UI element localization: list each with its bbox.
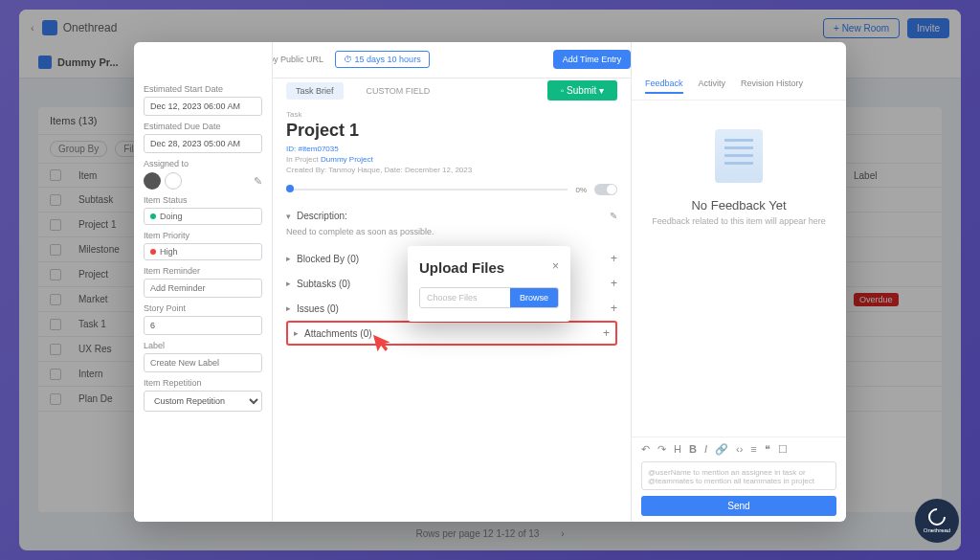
empty-subtitle: Feedback related to this item will appea…: [652, 216, 826, 226]
center-tabs: Task Brief CUSTOM FIELD ◦ Submit ▾: [286, 80, 617, 101]
progress-toggle[interactable]: [594, 184, 617, 195]
description-section[interactable]: ▾ Description: ✎: [286, 205, 617, 227]
document-icon: [715, 129, 763, 183]
progress-value: 0%: [575, 186, 587, 194]
progress-row: 0%: [286, 184, 617, 195]
priority-label: Item Priority: [144, 231, 262, 240]
story-input[interactable]: [144, 316, 262, 335]
chevron-right-icon: ▸: [286, 303, 291, 313]
panel-top-toolbar: ⛶ Fullscreen Mode ⧉ Copy Public URL ⏱ 15…: [273, 42, 631, 78]
panel-left-sidebar: Estimated Start Date Estimated Due Date …: [134, 42, 273, 522]
file-input[interactable]: Choose Files: [420, 288, 510, 307]
task-created: Created By: Tanmoy Haque, Date: December…: [286, 166, 617, 174]
assigned-label: Assigned to: [144, 159, 262, 168]
add-attachment-icon[interactable]: +: [603, 326, 610, 340]
onethread-logo-icon: [924, 504, 948, 528]
start-date-label: Estimated Start Date: [144, 84, 262, 94]
comment-input[interactable]: @userName to mention an assignee in task…: [641, 461, 836, 490]
avatar: [144, 172, 161, 190]
due-date-label: Estimated Due Date: [144, 122, 262, 131]
onethread-badge-label: Onethread: [924, 527, 950, 533]
upload-title: Upload Files: [419, 259, 559, 276]
panel-right-sidebar: Feedback Activity Revision History No Fe…: [631, 42, 846, 522]
tab-revision[interactable]: Revision History: [741, 78, 803, 94]
close-modal-icon[interactable]: ×: [552, 259, 559, 273]
edit-assignee-icon[interactable]: ✎: [254, 175, 262, 188]
chevron-right-icon: ▸: [286, 254, 291, 263]
send-button[interactable]: Send: [641, 496, 836, 516]
label-input[interactable]: [144, 353, 262, 372]
add-blocked-icon[interactable]: +: [611, 252, 617, 265]
redo-icon[interactable]: ↷: [657, 443, 666, 456]
chevron-right-icon: ▸: [294, 328, 299, 338]
clock-icon: ⏱: [344, 55, 352, 64]
task-title: Project 1: [286, 121, 617, 141]
undo-icon[interactable]: ↶: [641, 443, 650, 456]
avatar-placeholder: [165, 172, 182, 190]
priority-select[interactable]: High: [144, 243, 262, 260]
submit-button[interactable]: ◦ Submit ▾: [547, 80, 617, 101]
time-pill[interactable]: ⏱ 15 days 10 hours: [335, 51, 430, 68]
due-date-input[interactable]: [144, 134, 262, 153]
attach-icon[interactable]: ☐: [778, 443, 788, 456]
reminder-label: Item Reminder: [144, 266, 262, 276]
assignee-avatars[interactable]: ✎: [144, 172, 262, 190]
repetition-label: Item Repetition: [144, 378, 262, 388]
tab-custom-field[interactable]: CUSTOM FIELD: [357, 82, 440, 100]
task-breadcrumb: Task: [286, 110, 617, 119]
chevron-down-icon: ▾: [286, 212, 291, 221]
reminder-input[interactable]: [144, 279, 262, 298]
feedback-empty-state: No Feedback Yet Feedback related to this…: [632, 101, 846, 437]
add-time-button[interactable]: Add Time Entry: [553, 50, 631, 69]
bold-icon[interactable]: B: [689, 443, 697, 456]
edit-description-icon[interactable]: ✎: [610, 211, 617, 221]
copy-url-label[interactable]: Copy Public URL: [273, 55, 323, 64]
label-label: Label: [144, 341, 262, 350]
task-project: In Project Dummy Project: [286, 155, 617, 164]
italic-icon[interactable]: I: [704, 443, 707, 456]
task-id: ID: #Item07035: [286, 145, 617, 153]
repetition-select[interactable]: Custom Repetition: [144, 391, 262, 412]
description-text: Need to complete as soon as possible.: [286, 227, 617, 236]
upload-files-modal: Upload Files × Choose Files Browse: [408, 246, 570, 322]
quote-icon[interactable]: ❝: [765, 443, 770, 456]
onethread-badge[interactable]: Onethread: [915, 499, 959, 543]
right-tabs: Feedback Activity Revision History: [632, 73, 846, 101]
progress-slider[interactable]: [286, 189, 568, 190]
add-issue-icon[interactable]: +: [611, 302, 617, 315]
heading-icon[interactable]: H: [674, 443, 681, 456]
status-select[interactable]: Doing: [144, 208, 262, 225]
attachments-section[interactable]: ▸ Attachments (0) +: [286, 321, 617, 346]
link-icon[interactable]: 🔗: [715, 443, 728, 456]
start-date-input[interactable]: [144, 97, 262, 116]
tab-task-brief[interactable]: Task Brief: [286, 82, 344, 100]
file-picker-row: Choose Files Browse: [419, 287, 559, 308]
empty-title: No Feedback Yet: [691, 198, 786, 213]
editor-toolbar: ↶ ↷ H B I 🔗 ‹› ≡ ❝ ☐: [632, 437, 846, 461]
add-subtask-icon[interactable]: +: [611, 277, 617, 290]
tab-activity[interactable]: Activity: [699, 78, 726, 94]
status-label: Item Status: [144, 195, 262, 205]
description-label: Description:: [297, 211, 347, 221]
story-label: Story Point: [144, 303, 262, 313]
browse-button[interactable]: Browse: [510, 288, 558, 307]
chevron-right-icon: ▸: [286, 279, 291, 288]
code-icon[interactable]: ‹›: [736, 443, 743, 456]
list-icon[interactable]: ≡: [750, 443, 756, 456]
tab-feedback[interactable]: Feedback: [645, 78, 683, 94]
